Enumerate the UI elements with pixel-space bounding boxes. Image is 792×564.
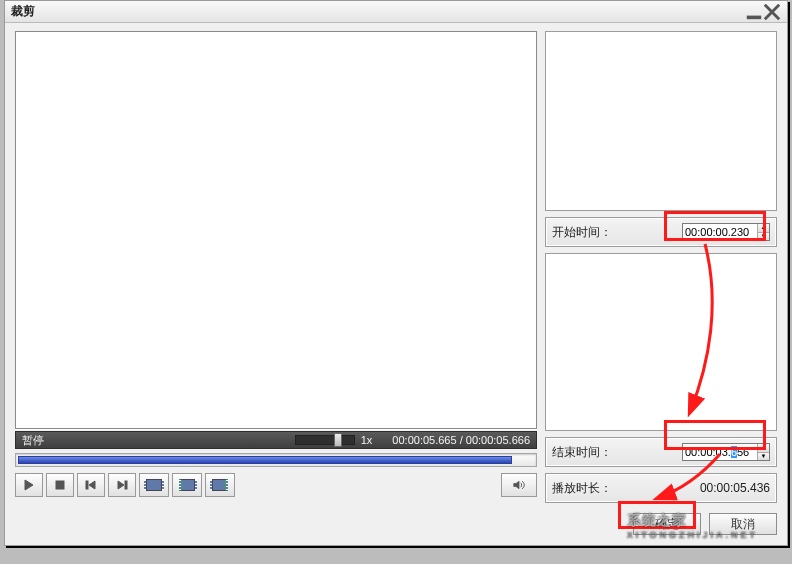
- end-time-row: 结束时间： 00:00:03.656 ▲▼: [545, 437, 777, 467]
- mark-in-button[interactable]: [172, 473, 202, 497]
- svg-rect-0: [747, 15, 761, 19]
- cancel-button[interactable]: 取消: [709, 513, 777, 535]
- minimize-button[interactable]: [745, 5, 763, 19]
- film-icon: [146, 479, 162, 491]
- chevron-down-icon[interactable]: ▼: [758, 233, 769, 241]
- svg-rect-3: [125, 481, 127, 489]
- svg-rect-1: [56, 481, 64, 489]
- dialog-button-row: 确定 取消: [545, 509, 777, 535]
- start-time-arrows[interactable]: ▲▼: [757, 224, 769, 240]
- speaker-icon: [513, 479, 525, 491]
- film-mark-out-icon: [212, 479, 228, 491]
- next-icon: [116, 479, 128, 491]
- progress-fill: [18, 456, 512, 464]
- speed-slider[interactable]: [295, 435, 355, 445]
- video-preview: [15, 31, 537, 429]
- start-time-input[interactable]: [683, 224, 757, 240]
- end-time-input[interactable]: 00:00:03.656: [683, 444, 757, 460]
- start-time-spinner[interactable]: ▲▼: [682, 223, 770, 241]
- duration-value: 00:00:05.436: [700, 481, 770, 495]
- prev-icon: [85, 479, 97, 491]
- progress-bar[interactable]: [15, 453, 537, 467]
- speed-label: 1x: [361, 434, 373, 446]
- player-info-bar: 暂停 1x 00:00:05.665 / 00:00:05.666: [15, 431, 537, 449]
- ok-button[interactable]: 确定: [633, 513, 701, 535]
- titlebar: 裁剪: [5, 1, 787, 23]
- start-preview-panel: [545, 31, 777, 211]
- crop-dialog: 裁剪 暂停 1x 00:00:05.665 / 00:00:05.666: [4, 0, 788, 546]
- close-button[interactable]: [763, 5, 781, 19]
- end-time-spinner[interactable]: 00:00:03.656 ▲▼: [682, 443, 770, 461]
- end-time-label: 结束时间：: [552, 444, 612, 461]
- time-current: 00:00:05.665: [392, 434, 456, 446]
- minimize-icon: [745, 3, 763, 21]
- duration-row: 播放时长： 00:00:05.436: [545, 473, 777, 503]
- mark-out-button[interactable]: [205, 473, 235, 497]
- svg-rect-2: [86, 481, 88, 489]
- next-button[interactable]: [108, 473, 136, 497]
- chevron-up-icon[interactable]: ▲: [758, 444, 769, 453]
- window-title: 裁剪: [11, 3, 35, 20]
- stop-icon: [54, 479, 66, 491]
- speed-slider-knob[interactable]: [334, 433, 342, 447]
- chevron-up-icon[interactable]: ▲: [758, 224, 769, 233]
- mark-start-button[interactable]: [139, 473, 169, 497]
- prev-button[interactable]: [77, 473, 105, 497]
- settings-column: 开始时间： ▲▼ 结束时间： 00:00:03.656 ▲▼: [545, 31, 777, 535]
- time-total: 00:00:05.666: [466, 434, 530, 446]
- film-mark-in-icon: [179, 479, 195, 491]
- play-icon: [23, 479, 35, 491]
- time-sep: /: [457, 434, 466, 446]
- close-icon: [763, 3, 781, 21]
- end-preview-panel: [545, 253, 777, 431]
- player-status: 暂停: [22, 433, 44, 448]
- stop-button[interactable]: [46, 473, 74, 497]
- content-area: 暂停 1x 00:00:05.665 / 00:00:05.666: [5, 23, 787, 545]
- chevron-down-icon[interactable]: ▼: [758, 453, 769, 461]
- duration-label: 播放时长：: [552, 480, 612, 497]
- play-button[interactable]: [15, 473, 43, 497]
- start-time-label: 开始时间：: [552, 224, 612, 241]
- end-time-arrows[interactable]: ▲▼: [757, 444, 769, 460]
- volume-button[interactable]: [501, 473, 537, 497]
- player-controls: [15, 473, 537, 497]
- start-time-row: 开始时间： ▲▼: [545, 217, 777, 247]
- player-column: 暂停 1x 00:00:05.665 / 00:00:05.666: [15, 31, 537, 535]
